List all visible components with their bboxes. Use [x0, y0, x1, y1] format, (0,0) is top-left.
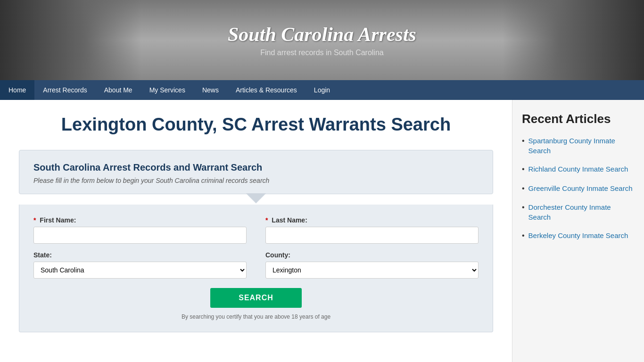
search-box-arrow-container — [19, 194, 493, 204]
last-name-group: * Last Name: — [265, 216, 479, 244]
header-hands-left — [0, 0, 141, 80]
location-row: State: South Carolina Alabama Georgia No… — [33, 251, 479, 279]
form-note: By searching you certify that you are ab… — [33, 313, 479, 320]
first-name-required: * — [33, 216, 36, 224]
nav-articles[interactable]: Articles & Resources — [227, 80, 305, 100]
last-name-input[interactable] — [265, 227, 479, 244]
list-item: • Richland County Inmate Search — [522, 164, 635, 174]
nav-arrest-records[interactable]: Arrest Records — [34, 80, 95, 100]
search-box-subtitle: Please fill in the form below to begin y… — [33, 177, 479, 184]
sidebar: Recent Articles • Spartanburg County Inm… — [512, 100, 644, 362]
bullet-icon: • — [522, 230, 525, 241]
county-select[interactable]: Lexington Berkeley Charleston Dorchester… — [265, 262, 479, 279]
state-select[interactable]: South Carolina Alabama Georgia North Car… — [33, 262, 247, 279]
sidebar-article-list: • Spartanburg County Inmate Search • Ric… — [522, 136, 635, 241]
name-row: * First Name: * Last Name: — [33, 216, 479, 244]
site-header: South Carolina Arrests Find arrest recor… — [0, 0, 644, 80]
bullet-icon: • — [522, 202, 525, 213]
article-link-greenville[interactable]: Greenville County Inmate Search — [528, 183, 633, 193]
first-name-input[interactable] — [33, 227, 247, 244]
article-link-berkeley[interactable]: Berkeley County Inmate Search — [528, 230, 628, 240]
state-group: State: South Carolina Alabama Georgia No… — [33, 251, 247, 279]
last-name-label: * Last Name: — [265, 216, 479, 224]
nav-about-me[interactable]: About Me — [96, 80, 141, 100]
list-item: • Spartanburg County Inmate Search — [522, 136, 635, 156]
article-link-dorchester[interactable]: Dorchester County Inmate Search — [528, 202, 635, 222]
bullet-icon: • — [522, 136, 525, 146]
county-group: County: Lexington Berkeley Charleston Do… — [265, 251, 479, 279]
site-title: South Carolina Arrests — [228, 23, 416, 46]
nav-services[interactable]: My Services — [141, 80, 194, 100]
header-content: South Carolina Arrests Find arrest recor… — [228, 23, 416, 57]
list-item: • Berkeley County Inmate Search — [522, 230, 635, 241]
sidebar-title: Recent Articles — [522, 112, 635, 126]
list-item: • Greenville County Inmate Search — [522, 183, 635, 194]
bullet-icon: • — [522, 183, 525, 194]
main-nav: Home Arrest Records About Me My Services… — [0, 80, 644, 100]
content-area: Lexington County, SC Arrest Warrants Sea… — [0, 100, 512, 362]
nav-home[interactable]: Home — [0, 80, 34, 100]
list-item: • Dorchester County Inmate Search — [522, 202, 635, 222]
search-btn-row: SEARCH — [33, 288, 479, 308]
site-subtitle: Find arrest records in South Carolina — [228, 49, 416, 57]
page-title: Lexington County, SC Arrest Warrants Sea… — [19, 114, 493, 136]
article-link-spartanburg[interactable]: Spartanburg County Inmate Search — [528, 136, 635, 156]
main-container: Lexington County, SC Arrest Warrants Sea… — [0, 100, 644, 362]
last-name-required: * — [265, 216, 268, 224]
first-name-label: * First Name: — [33, 216, 247, 224]
search-box-arrow — [247, 194, 265, 204]
search-box-title: South Carolina Arrest Records and Warran… — [33, 162, 479, 173]
search-box-header: South Carolina Arrest Records and Warran… — [19, 150, 493, 194]
search-button[interactable]: SEARCH — [210, 288, 302, 308]
nav-news[interactable]: News — [194, 80, 227, 100]
bullet-icon: • — [522, 164, 525, 174]
state-label: State: — [33, 251, 247, 259]
article-link-richland[interactable]: Richland County Inmate Search — [528, 164, 628, 174]
first-name-group: * First Name: — [33, 216, 247, 244]
county-label: County: — [265, 251, 479, 259]
form-area: * First Name: * Last Name: State: — [19, 205, 493, 332]
nav-login[interactable]: Login — [305, 80, 339, 100]
header-hands-right — [503, 0, 644, 80]
